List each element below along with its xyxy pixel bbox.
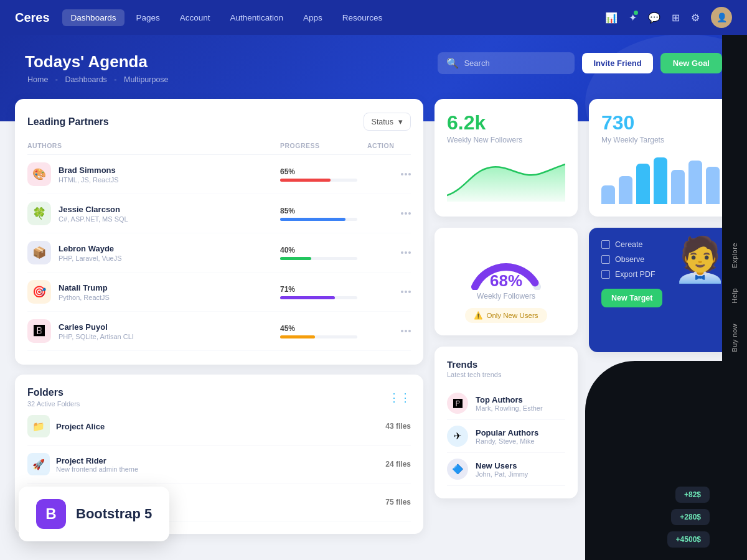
observe-icon bbox=[601, 255, 610, 264]
right-column: 730 My Weekly Targets Cereate Observe Ex… bbox=[589, 99, 732, 534]
promo-overlay: B Bootstrap 5 bbox=[19, 487, 169, 541]
action-dots[interactable] bbox=[367, 330, 411, 332]
folder-icon: 🚀 bbox=[27, 453, 50, 475]
progress-label: 71% bbox=[280, 285, 357, 294]
partner-avatar: 🅱 bbox=[27, 319, 51, 343]
list-item: 📁 Project Alice 43 files bbox=[27, 408, 411, 446]
illustration: 🧑‍💼 bbox=[673, 234, 727, 285]
action-dots[interactable] bbox=[367, 212, 411, 215]
nav-resources[interactable]: Resources bbox=[334, 9, 392, 26]
status-dropdown[interactable]: Status ▾ bbox=[364, 113, 411, 131]
bar bbox=[601, 185, 615, 204]
followers-number: 6.2k bbox=[447, 111, 565, 134]
gauge-label: Weekly Followers bbox=[477, 292, 535, 301]
table-head: AUTHORS PROGRESS ACTION bbox=[27, 142, 411, 155]
partner-name: Lebron Wayde bbox=[59, 244, 122, 253]
user-avatar[interactable]: 👤 bbox=[711, 7, 732, 28]
breadcrumb-home[interactable]: Home bbox=[27, 75, 48, 84]
followers-card: 6.2k Weekly New Followers bbox=[435, 99, 578, 217]
nav-account[interactable]: Account bbox=[171, 9, 219, 26]
partner-info: 🎯 Natali Trump Python, ReactJS bbox=[27, 280, 280, 304]
invite-friend-button[interactable]: Invite Friend bbox=[582, 53, 652, 73]
new-goal-button[interactable]: New Goal bbox=[660, 53, 722, 73]
partners-card: Leading Partners Status ▾ AUTHORS PROGRE… bbox=[15, 99, 423, 365]
promo-text: Bootstrap 5 bbox=[76, 506, 152, 522]
settings-icon[interactable]: ⚙ bbox=[691, 12, 700, 24]
nav-authentication[interactable]: Authentication bbox=[221, 9, 292, 26]
partners-title: Leading Partners bbox=[27, 116, 109, 128]
progress-area: 65% bbox=[280, 167, 367, 182]
action-dots[interactable] bbox=[367, 173, 411, 175]
progress-bar-fill bbox=[280, 335, 315, 338]
progress-bar-bg bbox=[280, 335, 357, 338]
trend-name: Popular Authors bbox=[476, 428, 538, 437]
nav-apps[interactable]: Apps bbox=[294, 9, 331, 26]
message-icon[interactable]: 💬 bbox=[648, 12, 660, 24]
action-dots[interactable] bbox=[367, 291, 411, 293]
sidebar-tab-help[interactable]: Help bbox=[731, 278, 738, 314]
trend-authors: John, Pat, Jimmy bbox=[476, 470, 528, 478]
sparkle-icon[interactable]: ✦ bbox=[629, 12, 637, 24]
partner-skills: C#, ASP.NET, MS SQL bbox=[59, 215, 128, 223]
right-sidebar: Explore Help Buy now bbox=[722, 35, 747, 549]
nav-pages[interactable]: Pages bbox=[127, 9, 168, 26]
targets-card: 730 My Weekly Targets bbox=[589, 99, 732, 217]
partners-header: Leading Partners Status ▾ bbox=[27, 113, 411, 131]
trend-name: Top Authors bbox=[476, 395, 543, 404]
gauge-percent: 68% bbox=[490, 271, 522, 291]
nav-links: Dashboards Pages Account Authentication … bbox=[62, 9, 605, 26]
partner-avatar: 🎯 bbox=[27, 280, 51, 304]
breadcrumb: Home - Dashboards - Multipurpose bbox=[25, 75, 722, 84]
progress-bar-bg bbox=[280, 257, 357, 260]
partner-info: 🅱 Carles Puyol PHP, SQLite, Artisan CLI bbox=[27, 319, 280, 343]
folders-dots-icon[interactable]: ⋮⋮ bbox=[388, 391, 411, 404]
trends-title: Trends bbox=[447, 359, 565, 370]
breadcrumb-multipurpose: Multipurpose bbox=[124, 75, 169, 84]
bar bbox=[688, 161, 702, 204]
gauge-note: ⚠️ Only New Users bbox=[465, 308, 547, 323]
observe-label: Observe bbox=[615, 255, 644, 264]
promo-icon: B bbox=[36, 499, 66, 529]
hero-actions: 🔍 Invite Friend New Goal bbox=[438, 52, 722, 74]
dot-icon bbox=[408, 212, 411, 215]
dot-icon bbox=[405, 330, 407, 332]
partner-name: Jessie Clarcson bbox=[59, 205, 128, 214]
progress-bar-bg bbox=[280, 179, 357, 182]
status-label: Status bbox=[372, 118, 393, 126]
targets-number: 730 bbox=[601, 111, 720, 134]
partner-avatar: 🎨 bbox=[27, 162, 51, 186]
followers-chart bbox=[447, 152, 565, 204]
table-row: 🅱 Carles Puyol PHP, SQLite, Artisan CLI … bbox=[27, 312, 411, 351]
sidebar-tab-buynow[interactable]: Buy now bbox=[731, 314, 738, 362]
dot-icon bbox=[408, 330, 411, 332]
chart-icon[interactable]: 📊 bbox=[605, 12, 618, 24]
bootstrap-icon: B bbox=[45, 505, 56, 523]
warning-icon: ⚠️ bbox=[474, 311, 482, 320]
action-dots[interactable] bbox=[367, 251, 411, 254]
list-item: ✈ Popular Authors Randy, Steve, Mike bbox=[447, 420, 565, 453]
chevron-down-icon: ▾ bbox=[398, 117, 403, 126]
table-row: 🍀 Jessie Clarcson C#, ASP.NET, MS SQL 85… bbox=[27, 194, 411, 233]
action-card: Cereate Observe Export PDF New Target 🧑‍… bbox=[589, 228, 732, 352]
folder-files: 43 files bbox=[385, 422, 411, 431]
breadcrumb-dashboards[interactable]: Dashboards bbox=[65, 75, 106, 84]
bar bbox=[671, 170, 685, 204]
bar bbox=[706, 167, 720, 204]
gauge-card: 68% Weekly Followers ⚠️ Only New Users bbox=[435, 228, 578, 335]
sidebar-tab-explore[interactable]: Explore bbox=[731, 233, 738, 278]
progress-label: 45% bbox=[280, 324, 357, 333]
folder-icon: 📁 bbox=[27, 415, 50, 437]
followers-label: Weekly New Followers bbox=[447, 136, 565, 144]
page-title: Todays' Agenda bbox=[25, 52, 722, 72]
trend-authors: Randy, Steve, Mike bbox=[476, 437, 538, 445]
folder-files: 75 files bbox=[385, 498, 411, 506]
nav-dashboards[interactable]: Dashboards bbox=[62, 9, 125, 26]
new-target-button[interactable]: New Target bbox=[601, 289, 662, 307]
list-item: 🔷 New Users John, Pat, Jimmy bbox=[447, 453, 565, 486]
trend-icon: 🅿 bbox=[447, 393, 468, 414]
progress-label: 40% bbox=[280, 246, 357, 254]
grid-icon[interactable]: ⊞ bbox=[672, 12, 680, 24]
trend-icon: ✈ bbox=[447, 426, 468, 447]
search-input[interactable] bbox=[464, 58, 566, 68]
dot-icon bbox=[405, 291, 407, 293]
